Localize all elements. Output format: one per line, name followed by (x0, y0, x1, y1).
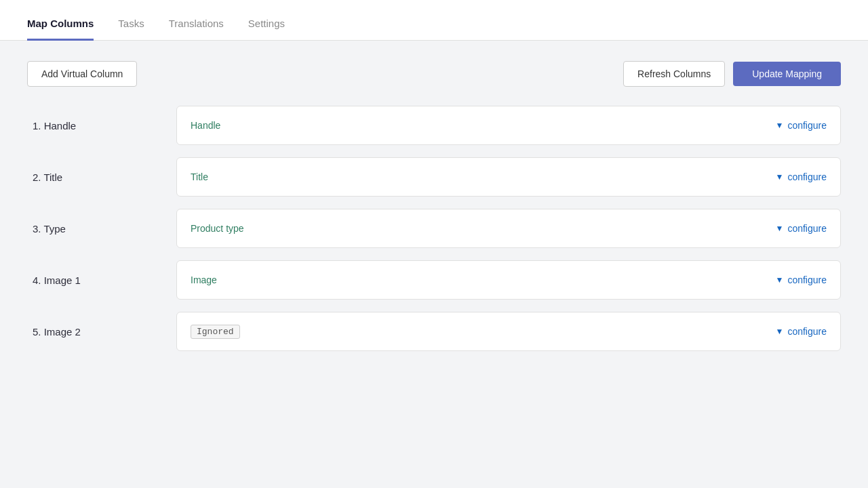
chevron-down-icon: ▼ (776, 121, 784, 130)
update-mapping-button[interactable]: Update Mapping (733, 62, 841, 86)
tab-map-columns[interactable]: Map Columns (27, 18, 94, 41)
mapping-list: 1. Handle Handle ▼ configure 2. Title Ti… (27, 106, 841, 351)
configure-link[interactable]: configure (787, 171, 827, 182)
tab-translations[interactable]: Translations (169, 18, 224, 41)
row-label-image1: 4. Image 1 (27, 274, 176, 286)
row-select-value: Title (191, 171, 208, 182)
configure-link[interactable]: configure (787, 120, 827, 131)
row-controls: ▼ configure (776, 120, 827, 131)
row-select-image2[interactable]: Ignored ▼ configure (176, 312, 841, 351)
mapping-row: 1. Handle Handle ▼ configure (27, 106, 841, 145)
tab-settings[interactable]: Settings (248, 18, 285, 41)
add-virtual-column-button[interactable]: Add Virtual Column (27, 61, 137, 87)
configure-link[interactable]: configure (787, 223, 827, 234)
mapping-row: 5. Image 2 Ignored ▼ configure (27, 312, 841, 351)
mapping-row: 2. Title Title ▼ configure (27, 157, 841, 197)
row-select-type[interactable]: Product type ▼ configure (176, 209, 841, 248)
row-select-value-ignored: Ignored (191, 325, 240, 339)
tab-tasks[interactable]: Tasks (118, 18, 144, 41)
refresh-columns-button[interactable]: Refresh Columns (623, 61, 725, 87)
row-controls: ▼ configure (776, 274, 827, 285)
row-select-value: Handle (191, 120, 220, 131)
row-select-value: Product type (191, 223, 244, 234)
row-controls: ▼ configure (776, 326, 827, 337)
row-controls: ▼ configure (776, 171, 827, 182)
row-controls: ▼ configure (776, 223, 827, 234)
chevron-down-icon: ▼ (776, 275, 784, 285)
row-label-type: 3. Type (27, 223, 176, 235)
mapping-row: 4. Image 1 Image ▼ configure (27, 260, 841, 300)
row-label-title: 2. Title (27, 171, 176, 183)
configure-link[interactable]: configure (787, 274, 827, 285)
row-select-image1[interactable]: Image ▼ configure (176, 260, 841, 300)
row-label-image2: 5. Image 2 (27, 326, 176, 338)
tabs-bar: Map Columns Tasks Translations Settings (0, 0, 868, 41)
toolbar: Add Virtual Column Refresh Columns Updat… (27, 61, 841, 87)
row-select-value: Image (191, 274, 217, 285)
row-label-handle: 1. Handle (27, 120, 176, 131)
row-select-handle[interactable]: Handle ▼ configure (176, 106, 841, 145)
chevron-down-icon: ▼ (776, 224, 784, 233)
page-container: Map Columns Tasks Translations Settings … (0, 0, 868, 488)
chevron-down-icon: ▼ (776, 172, 784, 182)
row-select-title[interactable]: Title ▼ configure (176, 157, 841, 197)
toolbar-right: Refresh Columns Update Mapping (623, 61, 841, 87)
main-content: Add Virtual Column Refresh Columns Updat… (0, 41, 868, 488)
configure-link[interactable]: configure (787, 326, 827, 337)
mapping-row: 3. Type Product type ▼ configure (27, 209, 841, 248)
chevron-down-icon: ▼ (776, 327, 784, 336)
